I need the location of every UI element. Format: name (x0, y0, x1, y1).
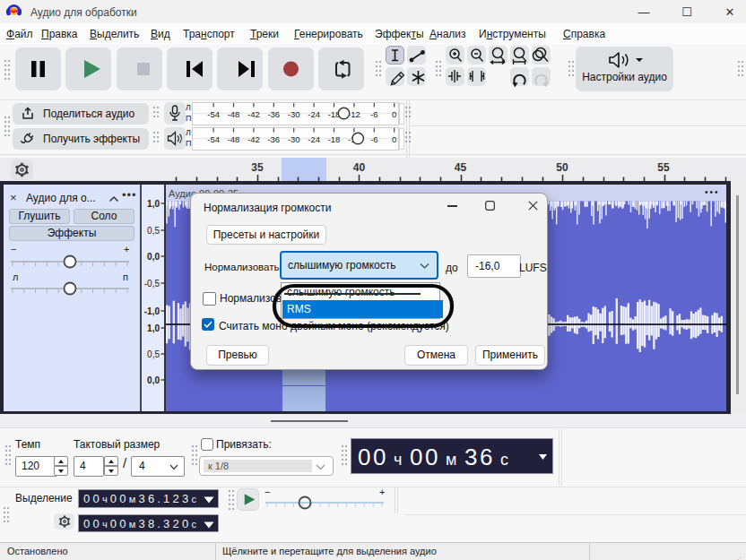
svg-text:35: 35 (251, 161, 264, 174)
svg-text:50: 50 (556, 161, 568, 174)
svg-text:-30: -30 (288, 134, 300, 144)
svg-text:-54: -54 (207, 134, 220, 144)
svg-text:-18: -18 (328, 134, 341, 144)
svg-text:1,0: 1,0 (147, 323, 160, 333)
svg-text:40: 40 (353, 161, 366, 174)
svg-text:-1,0: -1,0 (144, 306, 160, 316)
svg-text:0,0: 0,0 (147, 252, 160, 262)
svg-text:1,0: 1,0 (147, 199, 160, 209)
svg-text:0,5: 0,5 (147, 226, 160, 236)
svg-text:-42: -42 (247, 134, 260, 144)
svg-text:-36: -36 (267, 134, 280, 144)
svg-text:0: 0 (392, 109, 396, 119)
svg-text:-36: -36 (267, 109, 280, 119)
svg-text:-42: -42 (247, 109, 260, 119)
svg-text:45: 45 (455, 161, 467, 174)
svg-text:0,5: 0,5 (147, 349, 160, 359)
svg-text:-6: -6 (370, 134, 377, 144)
svg-text:-6: -6 (370, 109, 377, 119)
svg-text:0: 0 (392, 134, 396, 144)
svg-text:55: 55 (657, 161, 670, 174)
svg-text:-48: -48 (228, 134, 240, 144)
svg-text:-54: -54 (207, 109, 220, 119)
svg-text:-24: -24 (308, 134, 320, 144)
svg-text:-24: -24 (308, 109, 320, 119)
svg-text:-0,5: -0,5 (144, 279, 160, 289)
svg-text:-48: -48 (228, 109, 240, 119)
svg-text:0,0: 0,0 (147, 375, 160, 385)
svg-text:-30: -30 (288, 109, 300, 119)
